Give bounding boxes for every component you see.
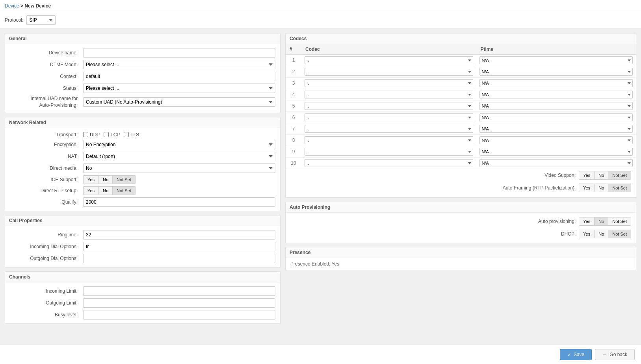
ptime-select-cell-4: N/A 10 20 30 40 — [476, 89, 636, 100]
col-codec: Codec — [301, 44, 476, 55]
codec-row-10: 10 .. ulaw alaw g722 g729 gsm N/A 10 20 … — [286, 158, 636, 169]
presence-enabled-row: Presence Enabled: Yes — [286, 258, 636, 270]
outgoing-dial-input[interactable] — [83, 254, 275, 263]
ptime-select-cell-7: N/A 10 20 30 40 — [476, 123, 636, 135]
incoming-dial-input[interactable] — [83, 242, 275, 251]
transport-group: UDP TCP TLS — [83, 132, 275, 137]
auto-framing-notset-btn[interactable]: Not Set — [608, 184, 631, 192]
codec-select-5[interactable]: .. ulaw alaw g722 g729 gsm — [305, 102, 473, 110]
direct-rtp-yes-btn[interactable]: Yes — [83, 186, 99, 195]
codec-num-9: 9 — [286, 146, 301, 158]
presence-section: Presence Presence Enabled: Yes — [285, 247, 636, 270]
auto-prov-no-btn[interactable]: No — [595, 217, 608, 226]
codec-num-4: 4 — [286, 89, 301, 100]
uad-select[interactable]: Custom UAD (No Auto-Provisioning) — [83, 97, 275, 107]
dhcp-no-btn[interactable]: No — [595, 230, 608, 238]
ptime-select-3[interactable]: N/A 10 20 30 40 — [479, 79, 633, 87]
codecs-title: Codecs — [286, 33, 636, 44]
ringtime-input[interactable] — [83, 230, 275, 240]
encryption-label: Encryption: — [10, 142, 81, 147]
outgoing-limit-input[interactable] — [83, 298, 275, 308]
ptime-select-8[interactable]: N/A 10 20 30 40 — [479, 136, 633, 144]
presence-enabled-value: Yes — [332, 261, 340, 267]
ice-no-btn[interactable]: No — [99, 175, 113, 184]
status-select[interactable]: Please select ... Active Inactive — [83, 84, 275, 93]
auto-prov-btn-group: Yes No Not Set — [579, 217, 631, 226]
direct-media-label: Direct media: — [10, 165, 81, 171]
general-section: General Device name: DTMF Mode: Please s… — [5, 33, 281, 113]
codec-select-6[interactable]: .. ulaw alaw g722 g729 gsm — [305, 113, 473, 121]
transport-udp-label[interactable]: UDP — [83, 132, 100, 137]
transport-tcp-checkbox[interactable] — [104, 132, 109, 137]
ice-notset-btn[interactable]: Not Set — [113, 175, 136, 184]
codec-select-7[interactable]: .. ulaw alaw g722 g729 gsm — [305, 125, 473, 133]
auto-framing-no-btn[interactable]: No — [595, 184, 608, 192]
network-title: Network Related — [5, 117, 280, 128]
col-num: # — [286, 44, 301, 55]
codec-select-cell-9: .. ulaw alaw g722 g729 gsm — [301, 146, 476, 158]
ptime-select-10[interactable]: N/A 10 20 30 40 — [479, 159, 633, 167]
direct-rtp-notset-btn[interactable]: Not Set — [113, 186, 136, 195]
device-name-input[interactable] — [83, 48, 275, 58]
ptime-select-9[interactable]: N/A 10 20 30 40 — [479, 148, 633, 156]
qualify-input[interactable] — [83, 197, 275, 207]
codec-row-6: 6 .. ulaw alaw g722 g729 gsm N/A 10 20 3… — [286, 112, 636, 123]
codec-num-8: 8 — [286, 135, 301, 146]
ptime-select-cell-3: N/A 10 20 30 40 — [476, 78, 636, 89]
busy-level-input[interactable] — [83, 310, 275, 319]
video-no-btn[interactable]: No — [595, 171, 608, 180]
direct-rtp-no-btn[interactable]: No — [99, 186, 113, 195]
context-input[interactable] — [83, 72, 275, 81]
encryption-select[interactable]: No Encryption SDES/SRTP DTLS/SRTP — [83, 140, 275, 149]
auto-prov-yes-btn[interactable]: Yes — [579, 217, 595, 226]
breadcrumb-device-link[interactable]: Device — [5, 3, 19, 9]
codec-select-4[interactable]: .. ulaw alaw g722 g729 gsm — [305, 91, 473, 98]
protocol-select[interactable]: SIP IAX2 DAHDI Custom — [26, 15, 56, 25]
auto-framing-label: Auto-Framing (RTP Packetization): — [489, 185, 576, 191]
dhcp-yes-btn[interactable]: Yes — [579, 230, 595, 238]
ptime-select-6[interactable]: N/A 10 20 30 40 — [479, 113, 633, 121]
video-yes-btn[interactable]: Yes — [579, 171, 595, 180]
ptime-select-cell-9: N/A 10 20 30 40 — [476, 146, 636, 158]
auto-prov-notset-btn[interactable]: Not Set — [608, 217, 631, 226]
uad-label: Internal UAD name forAuto-Provisioning: — [10, 95, 81, 109]
codec-select-8[interactable]: .. ulaw alaw g722 g729 gsm — [305, 136, 473, 144]
codec-select-cell-3: .. ulaw alaw g722 g729 gsm — [301, 78, 476, 89]
dtmf-select[interactable]: Please select ... RFC2833 INFO Inband Au… — [83, 60, 275, 69]
codec-select-3[interactable]: .. ulaw alaw g722 g729 gsm — [305, 79, 473, 87]
codec-row-2: 2 .. ulaw alaw g722 g729 gsm N/A 10 20 3… — [286, 66, 636, 78]
dhcp-btn-group: Yes No Not Set — [579, 230, 631, 238]
device-name-label: Device name: — [10, 50, 81, 56]
incoming-limit-input[interactable] — [83, 286, 275, 296]
transport-tls-checkbox[interactable] — [124, 132, 129, 137]
ptime-select-2[interactable]: N/A 10 20 30 40 — [479, 68, 633, 76]
video-support-btn-group: Yes No Not Set — [579, 171, 631, 180]
transport-tls-label[interactable]: TLS — [124, 132, 139, 137]
protocol-label: Protocol: — [5, 17, 23, 23]
codec-select-cell-10: .. ulaw alaw g722 g729 gsm — [301, 158, 476, 169]
transport-udp-checkbox[interactable] — [83, 132, 88, 137]
ptime-select-7[interactable]: N/A 10 20 30 40 — [479, 125, 633, 133]
dhcp-notset-btn[interactable]: Not Set — [608, 230, 631, 238]
codec-select-cell-8: .. ulaw alaw g722 g729 gsm — [301, 135, 476, 146]
direct-media-select[interactable]: No Yes Outgoing Incoming — [83, 163, 275, 173]
codec-select-9[interactable]: .. ulaw alaw g722 g729 gsm — [305, 148, 473, 156]
codec-num-6: 6 — [286, 112, 301, 123]
ice-yes-btn[interactable]: Yes — [83, 175, 99, 184]
ptime-select-4[interactable]: N/A 10 20 30 40 — [479, 91, 633, 98]
auto-framing-yes-btn[interactable]: Yes — [579, 184, 595, 192]
transport-label: Transport: — [10, 132, 81, 137]
nat-select[interactable]: Default (rport) No Force rport Comedia — [83, 152, 275, 161]
transport-tcp-label[interactable]: TCP — [104, 132, 120, 137]
codec-select-cell-7: .. ulaw alaw g722 g729 gsm — [301, 123, 476, 135]
codec-select-1[interactable]: .. ulaw alaw g722 g729 gsm — [305, 56, 473, 64]
ptime-select-1[interactable]: N/A 10 20 30 40 — [479, 56, 633, 64]
video-notset-btn[interactable]: Not Set — [608, 171, 631, 180]
codec-row-8: 8 .. ulaw alaw g722 g729 gsm N/A 10 20 3… — [286, 135, 636, 146]
ptime-select-5[interactable]: N/A 10 20 30 40 — [479, 102, 633, 110]
presence-enabled-label: Presence Enabled: — [290, 261, 330, 267]
dhcp-label: DHCP: — [489, 231, 576, 237]
codec-select-10[interactable]: .. ulaw alaw g722 g729 gsm — [305, 159, 473, 167]
codec-select-2[interactable]: .. ulaw alaw g722 g729 gsm — [305, 68, 473, 76]
context-label: Context: — [10, 74, 81, 79]
